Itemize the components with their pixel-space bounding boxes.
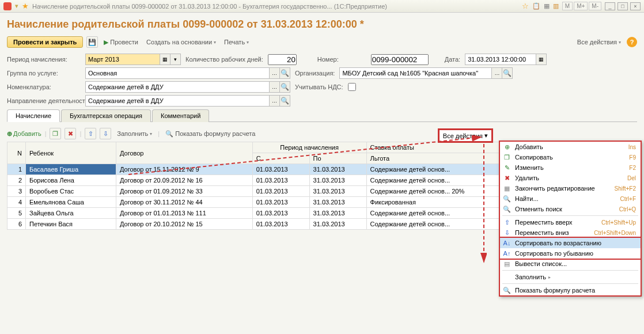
cell-contract[interactable]: Договор от 15.11.2012 № 9 [116,164,252,175]
maximize-button[interactable]: □ [618,2,628,10]
save-icon[interactable]: 💾 [86,36,98,48]
move-up-icon[interactable]: ⇧ [85,128,96,139]
formula-button[interactable]: 🔍Показать формулу расчета [163,129,257,139]
ellipsis-icon[interactable]: … [270,81,280,93]
m-button[interactable]: M [562,2,573,10]
cell-to[interactable]: 31.03.2013 [309,208,366,219]
dropdown-icon[interactable]: ▾ [171,54,181,65]
menu-delete[interactable]: ✖УдалитьDel [500,173,641,183]
m-plus-button[interactable]: M+ [574,2,588,10]
menu-formula[interactable]: 🔍Показать формулу расчета [500,285,641,295]
cell-child[interactable]: Емельянова Саша [26,197,116,208]
cell-n[interactable]: 3 [7,186,26,197]
col-period[interactable]: Период начисления [252,142,366,153]
favorite-icon[interactable]: ★ [22,2,29,10]
clipboard-icon[interactable]: 📋 [532,2,540,10]
dropdown-icon[interactable]: ▾ [15,2,18,10]
col-rate[interactable]: Ставка оплаты [366,142,514,153]
all-actions-button[interactable]: Все действия▾ [438,128,493,143]
search-icon[interactable]: 🔍 [280,67,290,79]
menu-output[interactable]: ▤Вывести список... [500,259,641,269]
copy-icon[interactable]: ❐ [50,128,61,139]
cell-n[interactable]: 4 [7,197,26,208]
ellipsis-icon[interactable]: … [270,67,280,79]
move-down-icon[interactable]: ⇩ [100,128,111,139]
cell-from[interactable]: 01.03.2013 [252,197,309,208]
menu-move-up[interactable]: ⇧Переместить вверхCtrl+Shift+Up [500,217,641,227]
process-button[interactable]: ▶Провести [101,37,141,47]
star-icon[interactable]: ☆ [522,2,529,10]
col-contract[interactable]: Договор [116,142,252,164]
m-minus-button[interactable]: M- [589,2,601,10]
tab-comment[interactable]: Комментарий [152,109,209,122]
menu-cancel-find[interactable]: 🔍Отменить поискCtrl+Q [500,204,641,214]
cell-to[interactable]: 31.03.2013 [309,164,366,175]
menu-edit[interactable]: ✎ИзменитьF2 [500,162,641,173]
cell-to[interactable]: 31.03.2013 [309,197,366,208]
tab-accounting[interactable]: Бухгалтерская операция [61,109,151,122]
tab-accrual[interactable]: Начисление [7,109,60,122]
cell-contract[interactable]: Договор от 30.11.2012 № 44 [116,197,252,208]
cell-child[interactable]: Петечкин Вася [26,219,116,230]
calendar-icon[interactable]: ▥ [553,2,559,10]
minimize-button[interactable]: _ [605,2,615,10]
cell-from[interactable]: 01.03.2013 [252,208,309,219]
menu-add[interactable]: ⊕ДобавитьIns [500,142,641,152]
cell-n[interactable]: 1 [7,164,26,175]
cell-contract[interactable]: Договор от 20.09.2012 № 16 [116,175,252,186]
cell-n[interactable]: 2 [7,175,26,186]
cell-rate[interactable]: Фиксированная [366,197,514,208]
help-icon[interactable]: ? [627,37,637,47]
fill-button[interactable]: Заполнить▾ [115,129,154,138]
search-icon[interactable]: 🔍 [502,67,513,79]
calculator-icon[interactable]: ▦ [544,2,550,10]
cell-child[interactable]: Басалаев Гриша [26,164,116,175]
cell-from[interactable]: 01.03.2013 [252,186,309,197]
cell-rate[interactable]: Содержание детей основ... [366,208,514,219]
ellipsis-icon[interactable]: … [492,67,502,79]
menu-sort-asc[interactable]: A↓Сортировать по возрастанию [500,238,641,248]
cell-to[interactable]: 31.03.2013 [309,175,366,186]
all-actions-top[interactable]: Все действия▾ [575,37,623,47]
cell-child[interactable]: Воробьев Стас [26,186,116,197]
cell-n[interactable]: 5 [7,208,26,219]
ellipsis-icon[interactable]: … [270,95,280,107]
org-field[interactable] [339,67,492,79]
print-button[interactable]: Печать▾ [222,37,251,47]
cell-rate[interactable]: Содержание детей основ... 20% [366,186,514,197]
search-icon[interactable]: 🔍 [280,81,290,93]
activity-field[interactable] [85,95,270,107]
vat-checkbox[interactable] [348,83,356,91]
nomen-field[interactable] [85,81,270,93]
cell-contract[interactable]: Договор от 20.10.2012 № 15 [116,219,252,230]
cell-contract[interactable]: Договор от 01.09.2012 № 33 [116,186,252,197]
cell-to[interactable]: 31.03.2013 [309,219,366,230]
calendar-icon[interactable]: ▦ [536,54,547,65]
period-field[interactable]: Март 2013 [85,54,160,65]
cell-from[interactable]: 01.03.2013 [252,164,309,175]
number-field[interactable] [371,54,429,65]
create-based-button[interactable]: Создать на основании▾ [144,37,218,47]
cell-rate[interactable]: Содержание детей основ... [366,175,514,186]
cell-from[interactable]: 01.03.2013 [252,219,309,230]
process-and-close-button[interactable]: Провести и закрыть [7,36,83,48]
add-button[interactable]: ⊕Добавить [7,130,41,138]
date-field[interactable] [465,54,536,65]
close-button[interactable]: × [630,2,641,10]
service-group-field[interactable] [85,67,270,79]
cell-rate[interactable]: Содержание детей основ... [366,219,514,230]
cell-contract[interactable]: Договор от 01.01.2013 № 111 [116,208,252,219]
calendar-picker-icon[interactable]: ▦ [160,54,171,65]
col-benefit[interactable]: Льгота [366,153,514,164]
menu-sort-desc[interactable]: A↑Сортировать по убыванию [500,248,641,259]
menu-copy[interactable]: ❐СкопироватьF9 [500,152,641,162]
cell-n[interactable]: 6 [7,219,26,230]
menu-fill[interactable]: Заполнить▸ [500,272,641,282]
cell-rate[interactable]: Содержание детей основ... [366,164,514,175]
workdays-field[interactable] [268,54,297,65]
cell-child[interactable]: Борисова Лена [26,175,116,186]
cell-child[interactable]: Зайцева Ольга [26,208,116,219]
col-from[interactable]: С [252,153,309,164]
col-to[interactable]: По [309,153,366,164]
search-icon[interactable]: 🔍 [280,95,290,107]
